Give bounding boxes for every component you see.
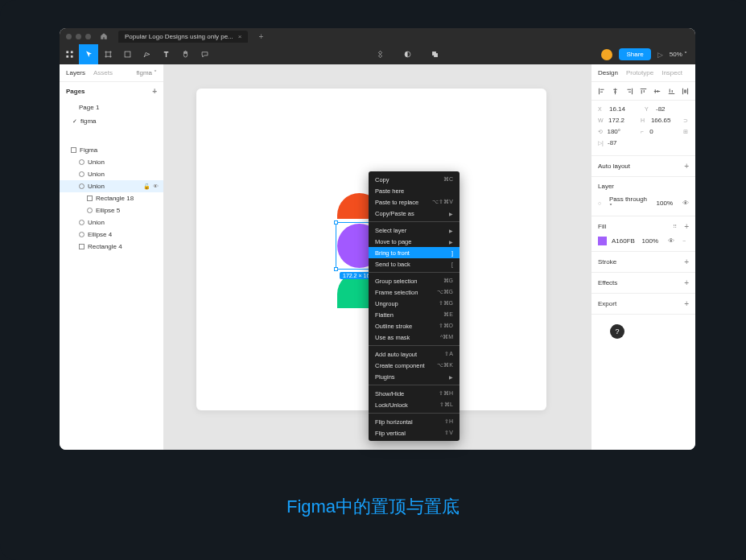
move-tool[interactable] — [79, 44, 98, 64]
traffic-max[interactable] — [85, 34, 91, 39]
ctx-item-frame-selection[interactable]: Frame selection⌥⌘G — [369, 286, 460, 298]
file-dropdown[interactable]: figma ˅ — [136, 69, 157, 76]
independent-corners-icon[interactable]: ⊞ — [683, 129, 689, 135]
ctx-item-ungroup[interactable]: Ungroup⇧⌘G — [369, 298, 460, 309]
x-input[interactable]: 16.14 — [609, 105, 641, 113]
help-button[interactable]: ? — [610, 324, 624, 339]
component-icon[interactable] — [371, 44, 390, 64]
layer-item[interactable]: Union — [60, 216, 163, 229]
new-tab-button[interactable]: + — [258, 32, 263, 41]
add-effect-button[interactable]: + — [684, 278, 689, 287]
add-autolayout-button[interactable]: + — [684, 162, 689, 171]
ctx-item-paste-here[interactable]: Paste here — [369, 185, 460, 196]
shape-tool[interactable] — [117, 44, 137, 64]
layer-item[interactable]: Rectangle 4 — [60, 241, 163, 253]
ctx-item-move-to-page[interactable]: Move to page▶ — [369, 236, 460, 247]
ctx-item-outline-stroke[interactable]: Outline stroke⇧⌘O — [369, 320, 460, 331]
align-top-icon[interactable] — [640, 87, 647, 95]
layer-item[interactable]: Figma — [60, 144, 163, 156]
boolean-icon[interactable] — [426, 44, 445, 64]
layer-item[interactable]: Union — [60, 156, 163, 168]
pages-header: Pages + — [60, 82, 163, 101]
rotation-input[interactable]: 180° — [607, 128, 637, 135]
w-input[interactable]: 172.2 — [608, 117, 637, 124]
blend-mode[interactable]: Pass through ˅ — [609, 196, 652, 210]
mask-icon[interactable] — [398, 44, 418, 64]
page-item[interactable]: Page 1 — [60, 101, 163, 114]
resize-handle[interactable] — [334, 267, 338, 271]
remove-fill-icon[interactable]: − — [682, 238, 689, 244]
visibility-icon[interactable]: 👁 — [682, 200, 689, 207]
fill-swatch[interactable] — [598, 237, 607, 245]
align-hcenter-icon[interactable] — [612, 87, 619, 95]
ctx-item-paste-to-replace[interactable]: Paste to replace⌥⇧⌘V — [369, 196, 460, 208]
align-bottom-icon[interactable] — [667, 87, 674, 95]
hand-tool[interactable] — [175, 44, 195, 64]
ctx-item-use-as-mask[interactable]: Use as mask^⌘M — [369, 331, 460, 343]
home-icon[interactable] — [100, 32, 108, 40]
ctx-item-copy-paste-as[interactable]: Copy/Paste as▶ — [369, 208, 460, 219]
add-fill-button[interactable]: + — [684, 222, 689, 231]
ctx-item-flip-vertical[interactable]: Flip vertical⇧V — [369, 427, 460, 439]
svg-rect-7 — [434, 53, 438, 57]
lock-icon[interactable]: 🔓 — [143, 183, 150, 190]
ctx-item-plugins[interactable]: Plugins▶ — [369, 371, 460, 382]
visibility-icon[interactable]: 👁 — [153, 183, 159, 190]
resize-handle[interactable] — [334, 220, 338, 224]
share-button[interactable]: Share — [619, 48, 650, 60]
ctx-item-create-component[interactable]: Create component⌥⌘K — [369, 360, 460, 371]
rotation2-input[interactable]: -87 — [608, 139, 640, 146]
ctx-item-show-hide[interactable]: Show/Hide⇧⌘H — [369, 388, 460, 399]
layer-item[interactable]: Rectangle 18 — [60, 192, 163, 204]
close-icon[interactable]: × — [238, 33, 242, 40]
add-export-button[interactable]: + — [684, 299, 689, 308]
layer-opacity[interactable]: 100% — [657, 200, 673, 207]
ctx-item-send-to-back[interactable]: Send to back[ — [369, 258, 460, 270]
menu-tool[interactable] — [60, 44, 79, 64]
ctx-item-bring-to-front[interactable]: Bring to front] — [369, 247, 460, 258]
add-stroke-button[interactable]: + — [684, 257, 689, 266]
tab-prototype[interactable]: Prototype — [626, 69, 653, 76]
layer-item[interactable]: Ellipse 4 — [60, 229, 163, 241]
present-icon[interactable]: ▷ — [657, 51, 663, 59]
tab-inspect[interactable]: Inspect — [662, 69, 682, 76]
tab-design[interactable]: Design — [598, 69, 618, 76]
layer-item[interactable]: Union🔓👁 — [60, 180, 163, 192]
ctx-item-copy[interactable]: Copy⌘C — [369, 174, 460, 185]
text-tool[interactable] — [156, 44, 175, 64]
pen-tool[interactable] — [137, 44, 156, 64]
ctx-item-lock-unlock[interactable]: Lock/Unlock⇧⌘L — [369, 399, 460, 410]
file-tab[interactable]: Popular Logo Designs using only pe... × — [118, 31, 248, 43]
flip-icon: ▷| — [598, 140, 604, 146]
traffic-close[interactable] — [66, 34, 72, 39]
y-input[interactable]: -82 — [656, 105, 688, 113]
constrain-icon[interactable]: ⊃ — [683, 117, 689, 124]
layer-item[interactable]: Ellipse 5 — [60, 204, 163, 216]
fill-visibility-icon[interactable]: 👁 — [668, 237, 674, 245]
avatar[interactable] — [601, 49, 612, 60]
radius-input[interactable]: 0 — [649, 128, 679, 135]
tab-assets[interactable]: Assets — [93, 69, 113, 76]
ctx-item-flatten[interactable]: Flatten⌘E — [369, 309, 460, 320]
fill-opacity[interactable]: 100% — [642, 237, 658, 245]
fill-hex[interactable]: A160FB — [612, 237, 635, 245]
frame-tool[interactable] — [98, 44, 117, 64]
zoom-level[interactable]: 50% ˅ — [670, 51, 687, 58]
h-input[interactable]: 166.65 — [651, 117, 680, 124]
style-icon[interactable]: ⠿ — [673, 224, 679, 230]
align-right-icon[interactable] — [626, 87, 633, 95]
tab-layers[interactable]: Layers — [66, 69, 85, 76]
ctx-item-select-layer[interactable]: Select layer▶ — [369, 224, 460, 236]
ctx-item-group-selection[interactable]: Group selection⌘G — [369, 275, 460, 286]
add-page-button[interactable]: + — [152, 87, 157, 96]
distribute-icon[interactable] — [682, 87, 689, 95]
ctx-item-add-auto-layout[interactable]: Add auto layout⇧A — [369, 348, 460, 360]
traffic-min[interactable] — [76, 34, 81, 39]
comment-tool[interactable] — [195, 44, 214, 64]
layer-item[interactable]: Union — [60, 168, 163, 180]
ctx-item-flip-horizontal[interactable]: Flip horizontal⇧H — [369, 416, 460, 427]
ell-icon — [79, 171, 84, 177]
page-item-active[interactable]: figma — [60, 114, 163, 128]
align-left-icon[interactable] — [598, 87, 605, 95]
align-vcenter-icon[interactable] — [653, 87, 661, 95]
